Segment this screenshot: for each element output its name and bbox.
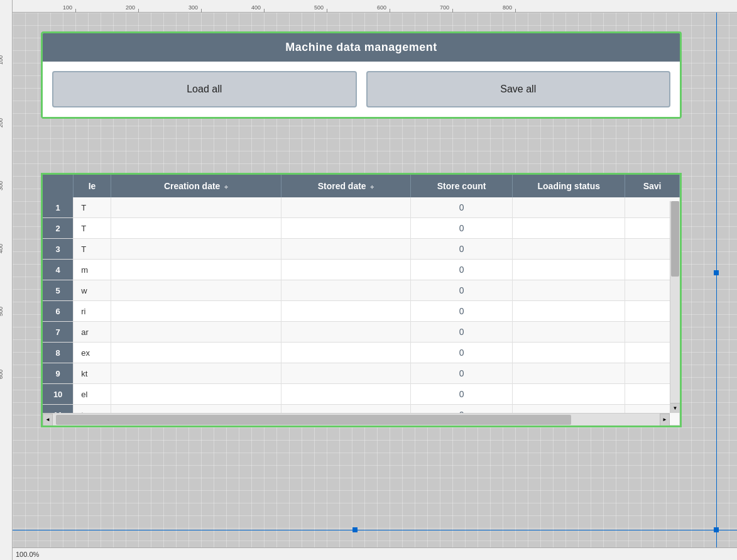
cell-id: ri — [74, 301, 111, 322]
cell-store-count: 0 — [410, 363, 513, 384]
cell-creation-date — [111, 301, 281, 322]
cell-store-count: 0 — [410, 322, 513, 343]
cell-stored-date — [281, 280, 410, 301]
cell-id: ar — [74, 322, 111, 343]
guide-handle-bottom-right[interactable] — [714, 527, 719, 532]
table-body: 1T02T03T04m05w06ri07ar08ex09kt010el011to… — [43, 197, 680, 425]
cell-creation-date — [111, 280, 281, 301]
cell-store-count: 0 — [410, 280, 513, 301]
col-stored-date[interactable]: Stored date ÷ — [281, 175, 410, 197]
table-row[interactable]: 10el0 — [43, 384, 680, 405]
cell-loading-status — [513, 343, 625, 363]
table-row[interactable]: 9kt0 — [43, 363, 680, 384]
scrollbar-h-left-arrow[interactable]: ◄ — [43, 414, 53, 426]
col-store-count[interactable]: Store count — [410, 175, 513, 197]
table-header-row: Ie Creation date ÷ Stored date ÷ Store c… — [43, 175, 680, 197]
scrollbar-h-right-arrow[interactable]: ► — [660, 414, 670, 426]
col-creation-date[interactable]: Creation date ÷ — [111, 175, 281, 197]
cell-stored-date — [281, 384, 410, 405]
data-table-panel: Ie Creation date ÷ Stored date ÷ Store c… — [41, 173, 682, 427]
cell-store-count: 0 — [410, 260, 513, 280]
panel-buttons: Load all Save all — [43, 62, 680, 117]
cell-loading-status — [513, 280, 625, 301]
cell-id: T — [74, 239, 111, 260]
cell-loading-status — [513, 197, 625, 218]
cell-rownum: 7 — [43, 322, 74, 343]
horizontal-scrollbar[interactable]: ◄ ► — [43, 413, 670, 425]
scrollbar-v-thumb[interactable] — [671, 201, 679, 277]
cell-id: ex — [74, 343, 111, 363]
table-row[interactable]: 2T0 — [43, 218, 680, 239]
cell-id: T — [74, 218, 111, 239]
cell-stored-date — [281, 322, 410, 343]
cell-stored-date — [281, 343, 410, 363]
save-all-button[interactable]: Save all — [366, 71, 671, 107]
cell-rownum: 6 — [43, 301, 74, 322]
scrollbar-v-down-arrow[interactable]: ▼ — [670, 403, 680, 413]
col-rownum — [43, 175, 74, 197]
cell-rownum: 1 — [43, 197, 74, 218]
table-row[interactable]: 8ex0 — [43, 343, 680, 363]
guide-vertical — [716, 13, 717, 547]
cell-creation-date — [111, 322, 281, 343]
zoom-level: 100.0% — [16, 551, 39, 558]
vertical-scrollbar[interactable]: ▼ — [670, 201, 680, 413]
cell-creation-date — [111, 239, 281, 260]
table-row[interactable]: 3T0 — [43, 239, 680, 260]
cell-loading-status — [513, 218, 625, 239]
cell-store-count: 0 — [410, 343, 513, 363]
cell-loading-status — [513, 322, 625, 343]
status-bar: 100.0% — [0, 547, 737, 560]
load-all-button[interactable]: Load all — [52, 71, 357, 107]
cell-loading-status — [513, 239, 625, 260]
machine-data-panel: Machine data management Load all Save al… — [41, 31, 682, 119]
table-row[interactable]: 6ri0 — [43, 301, 680, 322]
cell-id: kt — [74, 363, 111, 384]
cell-stored-date — [281, 197, 410, 218]
table-row[interactable]: 5w0 — [43, 280, 680, 301]
cell-rownum: 4 — [43, 260, 74, 280]
cell-id: w — [74, 280, 111, 301]
cell-creation-date — [111, 260, 281, 280]
cell-rownum: 8 — [43, 343, 74, 363]
guide-horizontal — [13, 530, 737, 530]
cell-creation-date — [111, 384, 281, 405]
panel-title: Machine data management — [43, 33, 680, 62]
cell-rownum: 5 — [43, 280, 74, 301]
cell-stored-date — [281, 239, 410, 260]
cell-rownum: 10 — [43, 384, 74, 405]
cell-store-count: 0 — [410, 384, 513, 405]
cell-loading-status — [513, 301, 625, 322]
col-save[interactable]: Savi — [625, 175, 680, 197]
table-container: Ie Creation date ÷ Stored date ÷ Store c… — [43, 175, 680, 425]
cell-stored-date — [281, 218, 410, 239]
data-table: Ie Creation date ÷ Stored date ÷ Store c… — [43, 175, 680, 425]
cell-store-count: 0 — [410, 239, 513, 260]
cell-rownum: 9 — [43, 363, 74, 384]
table-row[interactable]: 4m0 — [43, 260, 680, 280]
cell-stored-date — [281, 363, 410, 384]
cell-rownum: 2 — [43, 218, 74, 239]
cell-id: T — [74, 197, 111, 218]
cell-loading-status — [513, 363, 625, 384]
cell-id: el — [74, 384, 111, 405]
cell-store-count: 0 — [410, 197, 513, 218]
cell-store-count: 0 — [410, 301, 513, 322]
guide-handle-mid[interactable] — [714, 270, 719, 275]
table-row[interactable]: 7ar0 — [43, 322, 680, 343]
cell-creation-date — [111, 197, 281, 218]
scrollbar-h-thumb[interactable] — [56, 415, 571, 425]
col-id[interactable]: Ie — [74, 175, 111, 197]
cell-loading-status — [513, 384, 625, 405]
col-loading-status[interactable]: Loading status — [513, 175, 625, 197]
guide-handle-bottom-mid[interactable] — [352, 527, 358, 532]
cell-creation-date — [111, 363, 281, 384]
cell-stored-date — [281, 260, 410, 280]
cell-creation-date — [111, 343, 281, 363]
cell-rownum: 3 — [43, 239, 74, 260]
cell-store-count: 0 — [410, 218, 513, 239]
cell-stored-date — [281, 301, 410, 322]
cell-loading-status — [513, 260, 625, 280]
cell-id: m — [74, 260, 111, 280]
table-row[interactable]: 1T0 — [43, 197, 680, 218]
